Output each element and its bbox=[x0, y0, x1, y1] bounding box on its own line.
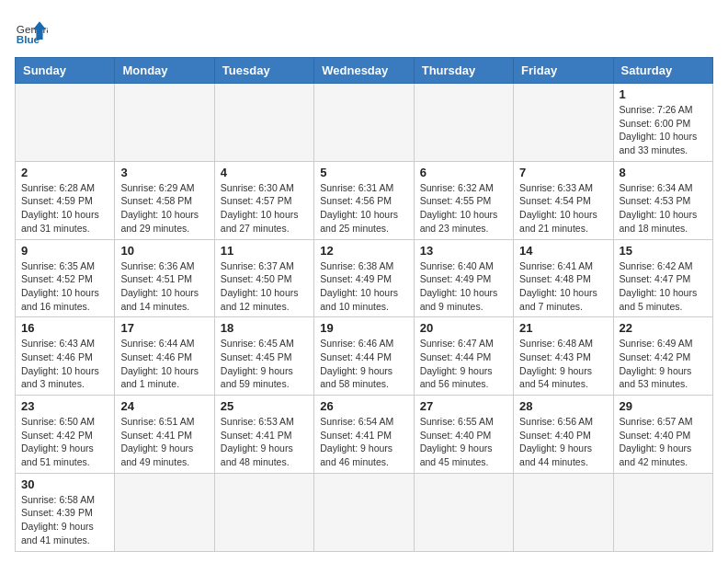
calendar-cell: 12Sunrise: 6:38 AM Sunset: 4:49 PM Dayli… bbox=[314, 239, 414, 317]
calendar-cell bbox=[514, 473, 613, 551]
calendar-cell: 5Sunrise: 6:31 AM Sunset: 4:56 PM Daylig… bbox=[314, 161, 414, 239]
calendar-cell: 22Sunrise: 6:49 AM Sunset: 4:42 PM Dayli… bbox=[613, 317, 712, 396]
day-info: Sunrise: 6:48 AM Sunset: 4:43 PM Dayligh… bbox=[519, 337, 607, 391]
calendar-cell: 17Sunrise: 6:44 AM Sunset: 4:46 PM Dayli… bbox=[115, 317, 214, 396]
day-info: Sunrise: 6:56 AM Sunset: 4:40 PM Dayligh… bbox=[519, 415, 607, 469]
day-info: Sunrise: 6:31 AM Sunset: 4:56 PM Dayligh… bbox=[320, 181, 407, 236]
day-number: 3 bbox=[120, 166, 208, 179]
calendar-cell bbox=[613, 473, 712, 551]
day-number: 17 bbox=[120, 321, 208, 335]
calendar-cell: 3Sunrise: 6:29 AM Sunset: 4:58 PM Daylig… bbox=[115, 161, 214, 239]
day-info: Sunrise: 6:44 AM Sunset: 4:46 PM Dayligh… bbox=[120, 337, 208, 391]
weekday-header-tuesday: Tuesday bbox=[214, 58, 313, 84]
day-info: Sunrise: 6:53 AM Sunset: 4:41 PM Dayligh… bbox=[221, 415, 308, 469]
day-number: 8 bbox=[620, 166, 707, 179]
calendar-cell bbox=[514, 84, 613, 162]
day-number: 10 bbox=[120, 244, 208, 258]
calendar-cell: 6Sunrise: 6:32 AM Sunset: 4:55 PM Daylig… bbox=[414, 161, 513, 239]
week-row-4: 23Sunrise: 6:50 AM Sunset: 4:42 PM Dayli… bbox=[16, 396, 713, 474]
day-info: Sunrise: 6:43 AM Sunset: 4:46 PM Dayligh… bbox=[21, 337, 108, 391]
week-row-1: 2Sunrise: 6:28 AM Sunset: 4:59 PM Daylig… bbox=[16, 161, 713, 239]
calendar-cell: 18Sunrise: 6:45 AM Sunset: 4:45 PM Dayli… bbox=[214, 317, 313, 396]
day-number: 20 bbox=[420, 321, 507, 335]
day-info: Sunrise: 6:30 AM Sunset: 4:57 PM Dayligh… bbox=[221, 181, 308, 236]
calendar-cell: 8Sunrise: 6:34 AM Sunset: 4:53 PM Daylig… bbox=[613, 161, 712, 239]
day-number: 27 bbox=[420, 399, 507, 413]
calendar-cell: 7Sunrise: 6:33 AM Sunset: 4:54 PM Daylig… bbox=[514, 161, 613, 239]
day-info: Sunrise: 6:40 AM Sunset: 4:49 PM Dayligh… bbox=[420, 259, 507, 314]
calendar-cell bbox=[314, 84, 414, 162]
calendar-cell bbox=[16, 84, 115, 162]
calendar-cell: 13Sunrise: 6:40 AM Sunset: 4:49 PM Dayli… bbox=[414, 239, 513, 317]
day-number: 21 bbox=[519, 321, 607, 335]
calendar-cell bbox=[214, 473, 313, 551]
day-info: Sunrise: 6:55 AM Sunset: 4:40 PM Dayligh… bbox=[420, 415, 507, 469]
day-number: 25 bbox=[221, 399, 308, 413]
weekday-header-monday: Monday bbox=[115, 58, 214, 84]
day-number: 23 bbox=[21, 399, 108, 413]
calendar-cell: 29Sunrise: 6:57 AM Sunset: 4:40 PM Dayli… bbox=[613, 396, 712, 474]
calendar-cell: 28Sunrise: 6:56 AM Sunset: 4:40 PM Dayli… bbox=[514, 396, 613, 474]
day-number: 19 bbox=[320, 321, 407, 335]
calendar-cell: 16Sunrise: 6:43 AM Sunset: 4:46 PM Dayli… bbox=[16, 317, 115, 396]
day-number: 16 bbox=[21, 321, 108, 335]
week-row-3: 16Sunrise: 6:43 AM Sunset: 4:46 PM Dayli… bbox=[16, 317, 713, 396]
weekday-header-saturday: Saturday bbox=[613, 58, 712, 84]
day-number: 4 bbox=[221, 166, 308, 179]
day-info: Sunrise: 6:33 AM Sunset: 4:54 PM Dayligh… bbox=[519, 181, 607, 236]
calendar-cell: 19Sunrise: 6:46 AM Sunset: 4:44 PM Dayli… bbox=[314, 317, 414, 396]
calendar-cell: 9Sunrise: 6:35 AM Sunset: 4:52 PM Daylig… bbox=[16, 239, 115, 317]
calendar-cell: 30Sunrise: 6:58 AM Sunset: 4:39 PM Dayli… bbox=[16, 473, 115, 551]
calendar-cell: 15Sunrise: 6:42 AM Sunset: 4:47 PM Dayli… bbox=[613, 239, 712, 317]
header: General Blue bbox=[15, 15, 713, 48]
day-info: Sunrise: 7:26 AM Sunset: 6:00 PM Dayligh… bbox=[620, 103, 707, 157]
weekday-header-friday: Friday bbox=[514, 58, 613, 84]
day-info: Sunrise: 6:49 AM Sunset: 4:42 PM Dayligh… bbox=[620, 337, 707, 391]
week-row-2: 9Sunrise: 6:35 AM Sunset: 4:52 PM Daylig… bbox=[16, 239, 713, 317]
day-info: Sunrise: 6:46 AM Sunset: 4:44 PM Dayligh… bbox=[320, 337, 407, 391]
day-info: Sunrise: 6:47 AM Sunset: 4:44 PM Dayligh… bbox=[420, 337, 507, 391]
calendar-cell: 20Sunrise: 6:47 AM Sunset: 4:44 PM Dayli… bbox=[414, 317, 513, 396]
day-info: Sunrise: 6:32 AM Sunset: 4:55 PM Dayligh… bbox=[420, 181, 507, 236]
day-number: 12 bbox=[320, 244, 407, 258]
calendar-cell bbox=[115, 473, 214, 551]
day-info: Sunrise: 6:29 AM Sunset: 4:58 PM Dayligh… bbox=[120, 181, 208, 236]
day-number: 14 bbox=[519, 244, 607, 258]
calendar-cell: 14Sunrise: 6:41 AM Sunset: 4:48 PM Dayli… bbox=[514, 239, 613, 317]
day-info: Sunrise: 6:37 AM Sunset: 4:50 PM Dayligh… bbox=[221, 259, 308, 314]
day-number: 29 bbox=[620, 399, 707, 413]
calendar-cell bbox=[314, 473, 414, 551]
day-number: 13 bbox=[420, 244, 507, 258]
day-number: 6 bbox=[420, 166, 507, 179]
day-number: 7 bbox=[519, 166, 607, 179]
day-info: Sunrise: 6:41 AM Sunset: 4:48 PM Dayligh… bbox=[519, 259, 607, 314]
day-info: Sunrise: 6:57 AM Sunset: 4:40 PM Dayligh… bbox=[620, 415, 707, 469]
week-row-5: 30Sunrise: 6:58 AM Sunset: 4:39 PM Dayli… bbox=[16, 473, 713, 551]
week-row-0: 1Sunrise: 7:26 AM Sunset: 6:00 PM Daylig… bbox=[16, 84, 713, 162]
day-number: 28 bbox=[519, 399, 607, 413]
calendar-cell: 27Sunrise: 6:55 AM Sunset: 4:40 PM Dayli… bbox=[414, 396, 513, 474]
day-number: 22 bbox=[620, 321, 707, 335]
day-info: Sunrise: 6:51 AM Sunset: 4:41 PM Dayligh… bbox=[120, 415, 208, 469]
day-info: Sunrise: 6:45 AM Sunset: 4:45 PM Dayligh… bbox=[221, 337, 308, 391]
calendar-cell: 25Sunrise: 6:53 AM Sunset: 4:41 PM Dayli… bbox=[214, 396, 313, 474]
calendar-cell: 2Sunrise: 6:28 AM Sunset: 4:59 PM Daylig… bbox=[16, 161, 115, 239]
weekday-header-row: SundayMondayTuesdayWednesdayThursdayFrid… bbox=[16, 58, 713, 84]
day-number: 24 bbox=[120, 399, 208, 413]
day-info: Sunrise: 6:42 AM Sunset: 4:47 PM Dayligh… bbox=[620, 259, 707, 314]
calendar-cell: 11Sunrise: 6:37 AM Sunset: 4:50 PM Dayli… bbox=[214, 239, 313, 317]
calendar-cell: 26Sunrise: 6:54 AM Sunset: 4:41 PM Dayli… bbox=[314, 396, 414, 474]
calendar-cell bbox=[214, 84, 313, 162]
day-info: Sunrise: 6:36 AM Sunset: 4:51 PM Dayligh… bbox=[120, 259, 208, 314]
day-info: Sunrise: 6:35 AM Sunset: 4:52 PM Dayligh… bbox=[21, 259, 108, 314]
day-number: 26 bbox=[320, 399, 407, 413]
weekday-header-thursday: Thursday bbox=[414, 58, 513, 84]
calendar-cell bbox=[414, 84, 513, 162]
calendar-cell: 10Sunrise: 6:36 AM Sunset: 4:51 PM Dayli… bbox=[115, 239, 214, 317]
day-number: 2 bbox=[21, 166, 108, 179]
day-info: Sunrise: 6:54 AM Sunset: 4:41 PM Dayligh… bbox=[320, 415, 407, 469]
day-number: 15 bbox=[620, 244, 707, 258]
calendar-cell bbox=[414, 473, 513, 551]
day-info: Sunrise: 6:38 AM Sunset: 4:49 PM Dayligh… bbox=[320, 259, 407, 314]
day-number: 5 bbox=[320, 166, 407, 179]
